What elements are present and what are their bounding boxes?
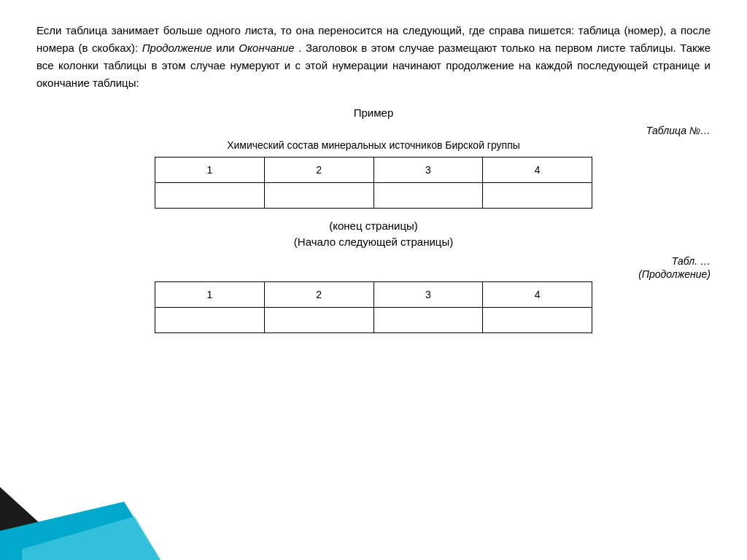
example-label: Пример: [36, 106, 711, 119]
col2-2-header: 2: [264, 282, 374, 308]
main-paragraph: Если таблица занимает больше одного лист…: [36, 22, 711, 92]
continuation-label-text: (Продолжение): [638, 268, 711, 280]
col-2-header: 2: [264, 158, 374, 183]
next-page-note: (Начало следующей страницы): [36, 236, 711, 248]
second-table-header-row: 1 2 3 4: [155, 282, 592, 308]
cell-1-2: [264, 183, 374, 209]
table-header-row: 1 2 3 4: [155, 158, 592, 183]
page-content: Если таблица занимает больше одного лист…: [0, 0, 747, 348]
or-text: или: [216, 42, 239, 54]
first-table-section: Таблица №… Химический состав минеральных…: [36, 125, 711, 209]
page-end-note: (конец страницы): [36, 219, 711, 232]
cell-1-1: [155, 183, 265, 209]
corner-svg: [0, 472, 160, 560]
cell2-1-1: [155, 308, 265, 333]
cell-1-3: [374, 183, 483, 209]
col2-1-header: 1: [155, 282, 265, 308]
ending-italic: Окончание: [239, 42, 294, 54]
continuation-label: (Продолжение): [36, 268, 711, 280]
table-number: Таблица №…: [36, 125, 711, 136]
rest-of-paragraph: . Заголовок в этом случае размещают толь…: [36, 42, 711, 89]
second-table-section: Табл. … (Продолжение) 1 2 3 4: [36, 255, 711, 333]
table-caption: Химический состав минеральных источников…: [36, 139, 711, 151]
col2-4-header: 4: [483, 282, 592, 308]
col-1-header: 1: [155, 158, 265, 183]
cell2-1-3: [374, 308, 483, 333]
col2-3-header: 3: [374, 282, 483, 308]
continuation-italic: Продолжение: [142, 42, 212, 54]
second-table-empty-row: [155, 308, 592, 333]
corner-decoration: [0, 472, 160, 560]
continuation-table-number: Табл. …: [36, 255, 711, 267]
table-empty-row-1: [155, 183, 592, 209]
cell2-1-2: [264, 308, 374, 333]
col-3-header: 3: [374, 158, 483, 183]
cell2-1-4: [483, 308, 592, 333]
col-4-header: 4: [483, 158, 592, 183]
cell-1-4: [483, 183, 592, 209]
first-data-table: 1 2 3 4: [155, 157, 592, 209]
second-data-table: 1 2 3 4: [155, 281, 592, 333]
